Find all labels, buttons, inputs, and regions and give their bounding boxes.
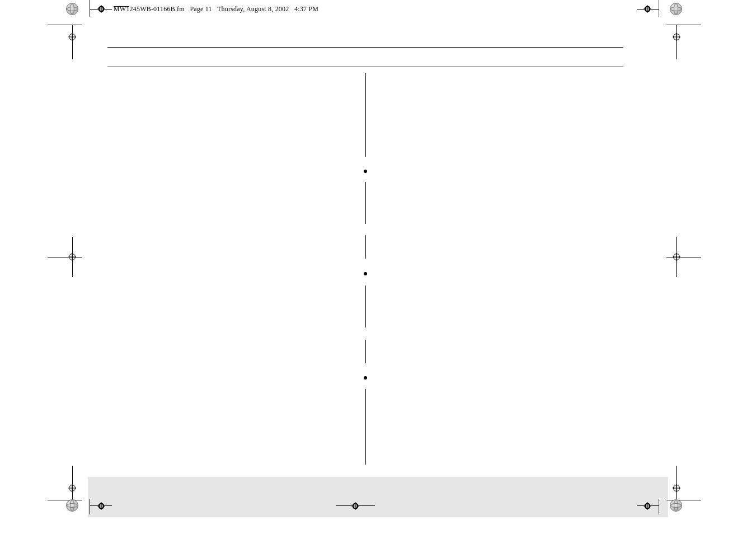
target-icon [97,5,105,13]
registration-globe-icon [670,499,682,512]
target-icon [68,33,76,41]
target-icon [351,502,359,510]
target-icon [673,253,680,261]
horizontal-rule [107,47,623,48]
target-icon [68,484,76,492]
target-icon [68,253,76,261]
bullet-icon [364,272,367,275]
column-divider [365,340,366,363]
column-divider [365,235,366,259]
registration-globe-icon [66,3,78,15]
header-date: Thursday, August 8, 2002 [217,5,289,13]
bullet-icon [364,376,367,380]
target-icon [644,5,651,13]
registration-globe-icon [670,3,682,15]
footer-band [88,477,668,517]
column-divider [365,182,366,224]
column-divider [365,285,366,327]
header-filename: MW1245WB-01166B.fm [114,5,185,13]
target-icon [673,484,680,492]
document-header: MW1245WB-01166B.fm Page 11 Thursday, Aug… [114,5,318,13]
target-icon [673,33,680,41]
registration-globe-icon [66,499,78,512]
header-time: 4:37 PM [294,5,318,13]
target-icon [644,502,651,510]
target-icon [97,502,105,510]
bullet-icon [364,170,367,173]
horizontal-rule [107,67,623,67]
column-divider [365,389,366,465]
column-divider [365,73,366,157]
header-page: Page 11 [190,5,212,13]
